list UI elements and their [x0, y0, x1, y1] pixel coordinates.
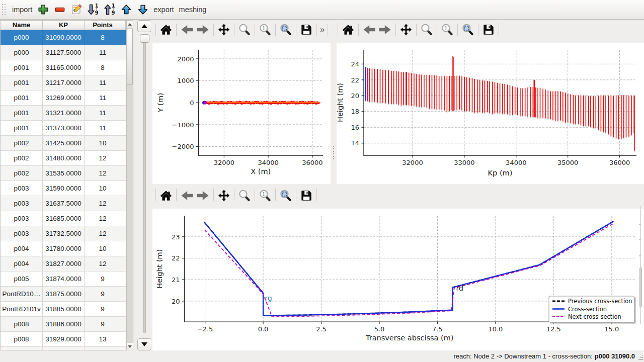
kp-plot-save-button[interactable]: [482, 23, 495, 37]
table-cell[interactable]: 12: [85, 226, 121, 241]
cs-plot-back-button[interactable]: [181, 189, 194, 203]
table-cell[interactable]: 31480.0000: [43, 151, 85, 166]
cs-plot-zoom-rect-button[interactable]: [280, 189, 292, 203]
table-cell[interactable]: 31090.0000: [43, 30, 85, 45]
xy-plot-figure[interactable]: 320003400036000−2000−1000010002000X (m)Y…: [152, 43, 331, 184]
table-cell[interactable]: 31874.0000: [43, 272, 85, 287]
edit-button[interactable]: [68, 2, 85, 17]
column-header-kp[interactable]: KP: [43, 21, 85, 30]
table-cell[interactable]: 10: [85, 347, 121, 350]
kp-plot-home-button[interactable]: [342, 23, 354, 37]
table-cell[interactable]: p003: [1, 211, 43, 226]
kp-plot-zoom-rect-button[interactable]: [462, 23, 474, 37]
table-cell[interactable]: p003: [1, 196, 43, 211]
section-slider-groove[interactable]: [143, 36, 146, 333]
table-cell[interactable]: 10: [85, 181, 121, 196]
xy-plot-pan-button[interactable]: [218, 23, 230, 37]
table-cell[interactable]: 12: [85, 151, 121, 166]
clipped-vertical-slider[interactable]: [638, 206, 644, 327]
table-cell[interactable]: 31127.5000: [43, 45, 85, 60]
kp-plot-forward-button[interactable]: [378, 23, 391, 37]
kp-plot-back-button[interactable]: [363, 23, 376, 37]
table-cell[interactable]: 31827.0000: [43, 256, 85, 272]
export-button[interactable]: export: [151, 2, 176, 17]
cs-plot-home-button[interactable]: [160, 189, 172, 203]
xy-plot-zoom-rect-button[interactable]: [280, 23, 292, 37]
table-cell[interactable]: 10: [85, 136, 121, 151]
table-scroll-up-button[interactable]: [127, 21, 133, 28]
cs-plot-zoom-button[interactable]: [238, 189, 251, 203]
kp-plot-figure[interactable]: 3200033000340003500036000141618202224Kp …: [337, 43, 644, 184]
move-down-button[interactable]: [134, 2, 151, 17]
previous-section-button[interactable]: [137, 20, 151, 32]
table-cell[interactable]: p002: [1, 151, 43, 166]
cross-section-figure[interactable]: −2.50.02.55.07.510.012.515.020212223Tran…: [152, 209, 644, 350]
cs-plot-zoom-one-button[interactable]: [259, 189, 271, 203]
top-plots-splitter[interactable]: [331, 43, 337, 184]
xy-plot-overflow-button[interactable]: »: [317, 25, 328, 35]
table-cell[interactable]: 31165.0000: [43, 60, 85, 75]
table-cell[interactable]: 8: [85, 60, 121, 75]
table-cell[interactable]: p004: [1, 256, 43, 272]
table-scrollbar-thumb[interactable]: [127, 29, 133, 85]
table-cell[interactable]: p004: [1, 241, 43, 256]
table-cell[interactable]: 31885.0000: [43, 302, 85, 317]
xy-plot-back-button[interactable]: [181, 23, 194, 37]
table-cell[interactable]: 31590.0000: [43, 181, 85, 196]
table-cell[interactable]: 31535.0000: [43, 166, 85, 181]
table-cell[interactable]: 31425.0000: [43, 136, 85, 151]
import-button[interactable]: import: [10, 2, 35, 17]
table-cell[interactable]: 9: [85, 287, 121, 302]
table-cell[interactable]: 31373.0000: [43, 121, 85, 136]
table-cell[interactable]: p003: [1, 226, 43, 241]
table-cell[interactable]: 11: [85, 75, 121, 90]
table-cell[interactable]: p001: [1, 90, 43, 106]
kp-plot-zoom-one-button[interactable]: [441, 23, 453, 37]
table-cell[interactable]: p009: [1, 347, 43, 350]
xy-plot-zoom-button[interactable]: [238, 23, 251, 37]
table-cell[interactable]: 31637.5000: [43, 196, 85, 211]
cs-plot-save-button[interactable]: [300, 189, 312, 203]
table-cell[interactable]: p008: [1, 332, 43, 347]
column-header-name[interactable]: Name: [1, 21, 43, 30]
table-cell[interactable]: p002: [1, 136, 43, 151]
add-button[interactable]: [35, 2, 51, 17]
table-cell[interactable]: PontRD10…: [1, 287, 43, 302]
table-cell[interactable]: p001: [1, 121, 43, 136]
xy-plot-save-button[interactable]: [300, 23, 312, 37]
table-cell[interactable]: 12: [85, 211, 121, 226]
kp-plot-canvas[interactable]: 3200033000340003500036000141618202224Kp …: [337, 43, 644, 184]
table-cell[interactable]: p002: [1, 166, 43, 181]
column-header-points[interactable]: Points: [85, 21, 121, 30]
xy-plot-canvas[interactable]: 320003400036000−2000−1000010002000X (m)Y…: [152, 43, 331, 184]
table-cell[interactable]: p000: [1, 30, 43, 45]
table-cell[interactable]: 8: [85, 30, 121, 45]
table-cell[interactable]: 31685.0000: [43, 211, 85, 226]
cs-plot-pan-button[interactable]: [218, 189, 230, 203]
table-cell[interactable]: 12: [85, 256, 121, 272]
table-cell[interactable]: 31780.0000: [43, 241, 85, 256]
table-cell[interactable]: 31321.0000: [43, 106, 85, 121]
toolbar-drag-handle[interactable]: [2, 4, 7, 16]
table-scroll-down-button[interactable]: [127, 343, 133, 350]
table-cell[interactable]: 31875.0000: [43, 287, 85, 302]
table-cell[interactable]: 31886.0000: [43, 317, 85, 332]
xy-plot-home-button[interactable]: [160, 23, 172, 37]
next-section-button[interactable]: [137, 338, 151, 350]
table-cell[interactable]: 10: [85, 241, 121, 256]
move-up-button[interactable]: [118, 2, 134, 17]
table-cell[interactable]: 31269.0000: [43, 90, 85, 106]
kp-plot-pan-button[interactable]: [400, 23, 412, 37]
table-cell[interactable]: p001: [1, 106, 43, 121]
table-cell[interactable]: 9: [85, 302, 121, 317]
table-cell[interactable]: 12: [85, 196, 121, 211]
table-cell[interactable]: 11: [85, 90, 121, 106]
kp-plot-zoom-button[interactable]: [421, 23, 433, 37]
table-cell[interactable]: 13: [85, 332, 121, 347]
table-cell[interactable]: 9: [85, 317, 121, 332]
sort-descending-button[interactable]: [85, 2, 101, 17]
table-cell[interactable]: 11: [85, 121, 121, 136]
table-scrollbar[interactable]: [126, 20, 133, 350]
cs-plot-forward-button[interactable]: [196, 189, 209, 203]
table-cell[interactable]: p008: [1, 317, 43, 332]
